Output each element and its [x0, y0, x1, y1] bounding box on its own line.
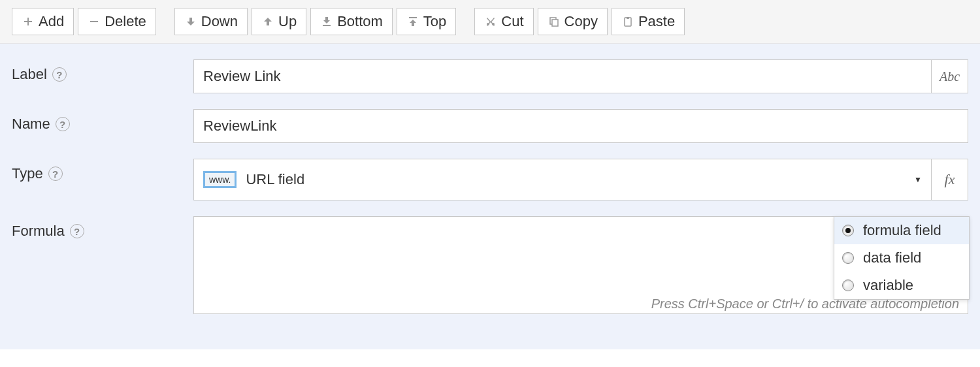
copy-icon [547, 15, 561, 28]
radio-icon [842, 252, 854, 264]
dropdown-item-data-field[interactable]: data field [834, 244, 969, 272]
label-text: Label [12, 66, 47, 83]
toolbar-group-move: Down Up Bottom Top [174, 8, 457, 35]
radio-icon [842, 225, 854, 236]
add-button-label: Add [39, 13, 64, 30]
label-abc-button[interactable]: Abc [932, 59, 968, 93]
name-label: Name ? [12, 109, 182, 133]
row-name: Name ? [12, 109, 968, 143]
toolbar-group-add-delete: Add Delete [12, 8, 156, 35]
url-icon: www. [203, 171, 237, 188]
label-label: Label ? [12, 59, 182, 83]
down-button[interactable]: Down [174, 8, 248, 35]
field-kind-dropdown: formula field data field variable [834, 216, 970, 300]
dropdown-item-variable[interactable]: variable [834, 272, 969, 299]
name-input[interactable] [193, 109, 968, 143]
help-icon[interactable]: ? [56, 117, 70, 131]
help-icon[interactable]: ? [48, 167, 63, 181]
cut-button-label: Cut [501, 13, 523, 30]
plus-icon [22, 15, 35, 28]
arrow-down-icon [184, 15, 197, 28]
up-button-label: Up [278, 13, 297, 30]
svg-rect-2 [552, 20, 558, 26]
type-text: Type [12, 165, 43, 182]
dropdown-item-label: data field [863, 249, 921, 266]
arrow-top-icon [406, 15, 419, 28]
delete-button[interactable]: Delete [78, 8, 156, 35]
row-label: Label ? Abc [12, 59, 968, 93]
radio-icon [842, 279, 854, 291]
clipboard-icon [621, 15, 634, 28]
row-formula: Formula ? Press Ctrl+Space or Ctrl+/ to … [12, 216, 968, 318]
help-icon[interactable]: ? [70, 224, 84, 238]
fx-icon: fx [945, 171, 955, 188]
formula-text: Formula [12, 223, 65, 240]
svg-rect-4 [627, 17, 629, 19]
arrow-bottom-icon [320, 15, 333, 28]
row-type: Type ? www. URL field ▼ fx [12, 159, 968, 200]
label-input[interactable] [193, 59, 932, 93]
dropdown-item-label: formula field [863, 222, 941, 239]
delete-button-label: Delete [105, 13, 146, 30]
dropdown-item-formula-field[interactable]: formula field [834, 217, 969, 244]
up-button[interactable]: Up [252, 8, 306, 35]
type-select[interactable]: www. URL field ▼ [193, 159, 932, 200]
paste-button-label: Paste [638, 13, 675, 30]
add-button[interactable]: Add [12, 8, 74, 35]
bottom-button-label: Bottom [337, 13, 383, 30]
name-text: Name [12, 116, 50, 133]
svg-rect-0 [90, 21, 98, 22]
help-icon[interactable]: ? [52, 67, 67, 82]
cut-button[interactable]: Cut [474, 8, 533, 35]
form-panel: Label ? Abc Name ? Type ? www. URL field… [0, 44, 980, 349]
arrow-up-icon [261, 15, 274, 28]
top-button[interactable]: Top [397, 8, 456, 35]
copy-button-label: Copy [564, 13, 598, 30]
toolbar-group-clipboard: Cut Copy Paste [474, 8, 685, 35]
chevron-down-icon: ▼ [914, 175, 922, 184]
paste-button[interactable]: Paste [612, 8, 685, 35]
formula-label: Formula ? [12, 216, 182, 240]
down-button-label: Down [201, 13, 238, 30]
dropdown-item-label: variable [863, 277, 913, 294]
type-value: URL field [246, 171, 304, 188]
copy-button[interactable]: Copy [538, 8, 608, 35]
top-button-label: Top [423, 13, 446, 30]
scissors-icon [484, 15, 497, 28]
bottom-button[interactable]: Bottom [310, 8, 393, 35]
minus-icon [88, 15, 101, 28]
type-label: Type ? [12, 159, 182, 182]
toolbar: Add Delete Down Up Bottom [0, 0, 980, 44]
type-fx-button[interactable]: fx [932, 159, 968, 200]
